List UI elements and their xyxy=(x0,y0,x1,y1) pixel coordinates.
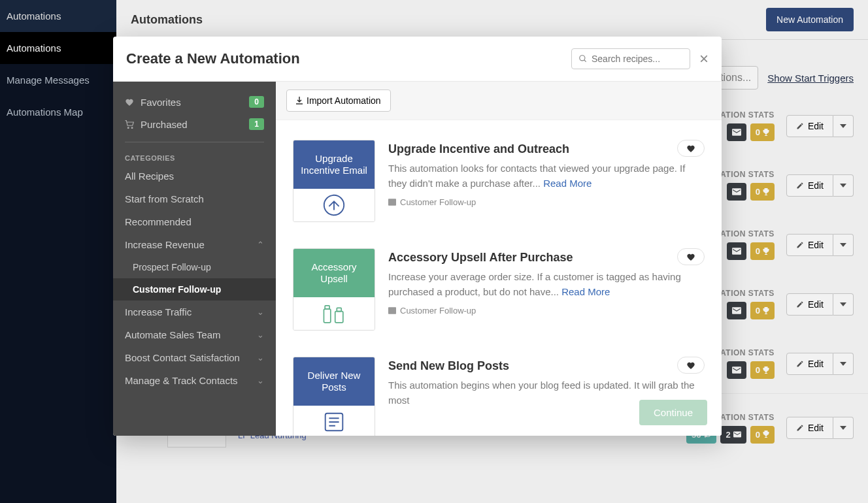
svg-rect-8 xyxy=(324,309,330,323)
chevron-up-icon: ⌃ xyxy=(257,240,264,250)
heart-icon xyxy=(686,361,695,369)
recipe-thumbnail[interactable]: Upgrade Incentive Email xyxy=(293,140,375,222)
subcategory-prospect-follow-up[interactable]: Prospect Follow-up xyxy=(113,256,276,278)
category-recommended[interactable]: Recommended xyxy=(113,210,276,233)
chevron-down-icon: ⌄ xyxy=(257,353,264,363)
recipe-search-input[interactable] xyxy=(571,48,690,69)
svg-rect-11 xyxy=(337,308,341,311)
category-automate-sales-team[interactable]: Automate Sales Team⌄ xyxy=(113,323,276,346)
category-start-from-scratch[interactable]: Start from Scratch xyxy=(113,187,276,210)
svg-rect-9 xyxy=(325,306,329,309)
recipe-item: Accessory Upsell Accessory Upsell After … xyxy=(276,235,722,344)
recipe-description: Increase your average order size. If a c… xyxy=(388,270,705,299)
recipe-item: Upgrade Incentive Email Upgrade Incentiv… xyxy=(276,127,722,235)
modal-sidebar: Favorites 0 Purchased 1 CATEGORIES All R… xyxy=(113,82,276,436)
svg-point-4 xyxy=(127,127,129,128)
heart-icon xyxy=(125,98,134,106)
category-all-recipes[interactable]: All Recipes xyxy=(113,165,276,187)
category-increase-revenue[interactable]: Increase Revenue⌃ xyxy=(113,233,276,256)
heart-icon xyxy=(686,253,695,261)
chevron-down-icon: ⌄ xyxy=(257,330,264,340)
sidebar-purchased[interactable]: Purchased 1 xyxy=(113,113,276,135)
category-manage-track-contacts[interactable]: Manage & Track Contacts⌄ xyxy=(113,369,276,392)
import-automation-button[interactable]: Import Automation xyxy=(286,89,391,112)
recipe-title[interactable]: Send New Blog Posts xyxy=(388,359,705,373)
recipe-title[interactable]: Upgrade Incentive and Outreach xyxy=(388,142,705,156)
svg-line-3 xyxy=(584,60,586,62)
subcategory-customer-follow-up[interactable]: Customer Follow-up xyxy=(113,278,276,300)
favorites-count-badge: 0 xyxy=(249,96,264,108)
recipe-tag: Customer Follow-up xyxy=(388,197,705,207)
favorite-button[interactable] xyxy=(677,140,705,157)
chevron-down-icon: ⌄ xyxy=(257,376,264,385)
read-more-link[interactable]: Read More xyxy=(561,286,610,297)
categories-heading: CATEGORIES xyxy=(113,149,276,165)
download-icon xyxy=(296,97,303,105)
search-icon xyxy=(578,54,588,63)
svg-rect-12 xyxy=(388,307,396,314)
recipe-description: This automation looks for contacts that … xyxy=(388,161,705,191)
continue-button[interactable]: Continue xyxy=(639,400,707,425)
cart-icon xyxy=(125,120,134,129)
recipe-title[interactable]: Accessory Upsell After Purchase xyxy=(388,251,705,265)
read-more-link[interactable]: Read More xyxy=(543,178,592,189)
chevron-down-icon: ⌄ xyxy=(257,307,264,317)
svg-point-5 xyxy=(131,127,133,128)
purchased-count-badge: 1 xyxy=(249,118,264,130)
recipe-search-field[interactable] xyxy=(592,54,683,64)
recipe-thumbnail[interactable]: Deliver New Posts xyxy=(293,357,375,436)
svg-rect-7 xyxy=(388,199,396,205)
heart-icon xyxy=(686,144,695,152)
svg-rect-10 xyxy=(335,311,343,322)
sidebar-favorites[interactable]: Favorites 0 xyxy=(113,91,276,113)
favorite-button[interactable] xyxy=(677,248,705,265)
modal-title: Create a New Automation xyxy=(126,50,300,67)
close-icon[interactable]: × xyxy=(699,50,709,68)
category-boost-contact-satisfaction[interactable]: Boost Contact Satisfaction⌄ xyxy=(113,346,276,369)
recipe-tag: Customer Follow-up xyxy=(388,306,705,316)
category-increase-traffic[interactable]: Increase Traffic⌄ xyxy=(113,300,276,323)
favorite-button[interactable] xyxy=(677,357,705,374)
svg-point-2 xyxy=(580,56,585,61)
recipe-panel: Import Automation Upgrade Incentive Emai… xyxy=(276,82,722,436)
recipe-thumbnail[interactable]: Accessory Upsell xyxy=(293,248,375,331)
create-automation-modal: Create a New Automation × Favorites 0 xyxy=(113,37,722,436)
